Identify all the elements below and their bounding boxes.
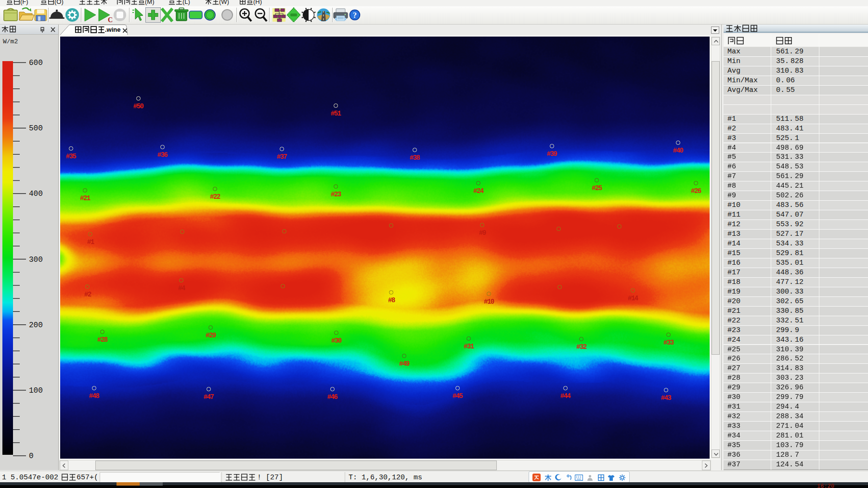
svg-text:C: C [108,16,113,24]
svg-text:?: ? [353,11,357,19]
